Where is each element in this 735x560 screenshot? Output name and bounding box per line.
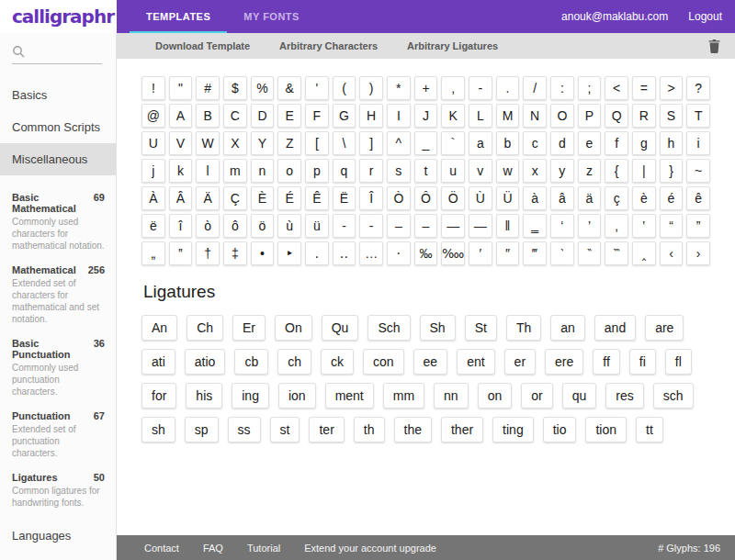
glyph-cell[interactable]: !: [141, 76, 165, 100]
glyph-cell[interactable]: Y: [251, 131, 275, 155]
ligature-cell[interactable]: for: [141, 383, 176, 409]
glyph-cell[interactable]: â: [550, 186, 574, 210]
glyph-cell[interactable]: ù: [277, 214, 301, 238]
glyph-cell[interactable]: a: [469, 131, 492, 155]
tab-templates[interactable]: TEMPLATES: [130, 0, 227, 33]
glyph-cell[interactable]: –: [414, 214, 438, 238]
glyph-cell[interactable]: ′: [469, 241, 492, 265]
ligature-cell[interactable]: ss: [228, 417, 261, 442]
glyph-cell[interactable]: ‡: [223, 241, 247, 265]
glyph-cell[interactable]: ‒: [387, 214, 411, 238]
glyph-cell[interactable]: È: [251, 186, 275, 210]
ligature-cell[interactable]: are: [645, 315, 684, 341]
glyph-cell[interactable]: {: [605, 159, 628, 183]
glyph-cell[interactable]: ‧: [387, 241, 411, 265]
glyph-cell[interactable]: ;: [578, 76, 602, 100]
sidebar-subitem-mathematical[interactable]: Mathematical256Extended set of character…: [0, 257, 116, 330]
glyph-cell[interactable]: ç: [605, 186, 628, 210]
glyph-cell[interactable]: ‗: [523, 214, 547, 238]
glyph-cell[interactable]: N: [523, 104, 547, 128]
ligature-cell[interactable]: tion: [585, 417, 627, 442]
glyph-cell[interactable]: H: [359, 104, 383, 128]
glyph-cell[interactable]: }: [660, 159, 684, 183]
glyph-cell[interactable]: q: [333, 159, 356, 183]
glyph-cell[interactable]: Ô: [414, 186, 438, 210]
glyph-cell[interactable]: Ü: [496, 186, 520, 210]
glyph-cell[interactable]: w: [496, 159, 520, 183]
glyph-cell[interactable]: v: [469, 159, 492, 183]
glyph-cell[interactable]: %: [251, 76, 275, 100]
ligature-cell[interactable]: qu: [562, 383, 597, 409]
glyph-cell[interactable]: ^: [387, 131, 411, 155]
glyph-cell[interactable]: (: [333, 76, 356, 100]
glyph-cell[interactable]: ‑: [359, 214, 383, 238]
glyph-cell[interactable]: é: [660, 186, 684, 210]
ligature-cell[interactable]: ff: [593, 349, 620, 375]
ligature-cell[interactable]: ment: [325, 383, 374, 409]
ligature-cell[interactable]: An: [141, 315, 177, 341]
glyph-cell[interactable]: ‚: [605, 214, 628, 238]
glyph-cell[interactable]: +: [414, 76, 438, 100]
glyph-cell[interactable]: $: [223, 76, 247, 100]
glyph-cell[interactable]: ”: [686, 214, 710, 238]
glyph-cell[interactable]: …: [359, 241, 383, 265]
ligature-cell[interactable]: on: [478, 383, 513, 409]
glyph-cell[interactable]: Q: [605, 104, 628, 128]
glyph-cell[interactable]: =: [632, 76, 656, 100]
ligature-cell[interactable]: ther: [441, 417, 483, 442]
glyph-cell[interactable]: ‐: [333, 214, 356, 238]
glyph-cell[interactable]: G: [333, 104, 356, 128]
ligature-cell[interactable]: an: [550, 315, 585, 341]
ligature-cell[interactable]: st: [270, 417, 300, 442]
glyph-cell[interactable]: î: [169, 214, 193, 238]
footer-link-contact[interactable]: Contact: [144, 543, 179, 554]
ligature-cell[interactable]: ati: [141, 349, 175, 375]
glyph-cell[interactable]: B: [196, 104, 220, 128]
glyph-cell[interactable]: s: [387, 159, 411, 183]
arbitrary-ligatures-button[interactable]: Arbitrary Ligatures: [396, 37, 509, 55]
glyph-cell[interactable]: ‣: [277, 241, 301, 265]
glyph-cell[interactable]: ‟: [169, 241, 193, 265]
glyph-cell[interactable]: p: [305, 159, 329, 183]
glyph-cell[interactable]: ü: [305, 214, 329, 238]
glyph-cell[interactable]: T: [686, 104, 710, 128]
glyph-cell[interactable]: >: [660, 76, 684, 100]
glyph-cell[interactable]: ․: [305, 241, 329, 265]
ligature-cell[interactable]: ting: [492, 417, 534, 442]
glyph-cell[interactable]: ‵: [550, 241, 574, 265]
glyph-cell[interactable]: Ç: [223, 186, 247, 210]
glyph-cell[interactable]: É: [277, 186, 301, 210]
glyph-cell[interactable]: Î: [359, 186, 383, 210]
glyph-cell[interactable]: X: [223, 131, 247, 155]
glyph-cell[interactable]: A: [169, 104, 193, 128]
glyph-cell[interactable]: “: [660, 214, 684, 238]
glyph-cell[interactable]: ö: [251, 214, 275, 238]
glyph-cell[interactable]: b: [496, 131, 520, 155]
glyph-cell[interactable]: |: [632, 159, 656, 183]
glyph-cell[interactable]: J: [414, 104, 438, 128]
glyph-cell[interactable]: k: [169, 159, 193, 183]
glyph-cell[interactable]: `: [441, 131, 465, 155]
glyph-cell[interactable]: E: [277, 104, 301, 128]
glyph-cell[interactable]: à: [523, 186, 547, 210]
logout-button[interactable]: Logout: [688, 10, 722, 23]
glyph-cell[interactable]: P: [578, 104, 602, 128]
ligature-cell[interactable]: Er: [232, 315, 266, 341]
glyph-cell[interactable]: ): [359, 76, 383, 100]
ligature-cell[interactable]: ee: [413, 349, 448, 375]
trash-icon[interactable]: [707, 38, 722, 55]
ligature-cell[interactable]: th: [354, 417, 385, 442]
glyph-cell[interactable]: ‘: [550, 214, 574, 238]
glyph-cell[interactable]: À: [141, 186, 165, 210]
glyph-cell[interactable]: ë: [141, 214, 165, 238]
glyph-cell[interactable]: h: [660, 131, 684, 155]
ligature-cell[interactable]: sch: [653, 383, 694, 409]
footer-link-faq[interactable]: FAQ: [203, 543, 223, 554]
arbitrary-characters-button[interactable]: Arbitrary Characters: [268, 37, 389, 55]
glyph-cell[interactable]: ‸: [632, 241, 656, 265]
glyph-cell[interactable]: ‱: [441, 241, 465, 265]
glyph-cell[interactable]: „: [141, 241, 165, 265]
ligature-cell[interactable]: tt: [636, 417, 663, 442]
ligature-cell[interactable]: Ch: [187, 315, 223, 341]
ligature-cell[interactable]: ere: [545, 349, 583, 375]
